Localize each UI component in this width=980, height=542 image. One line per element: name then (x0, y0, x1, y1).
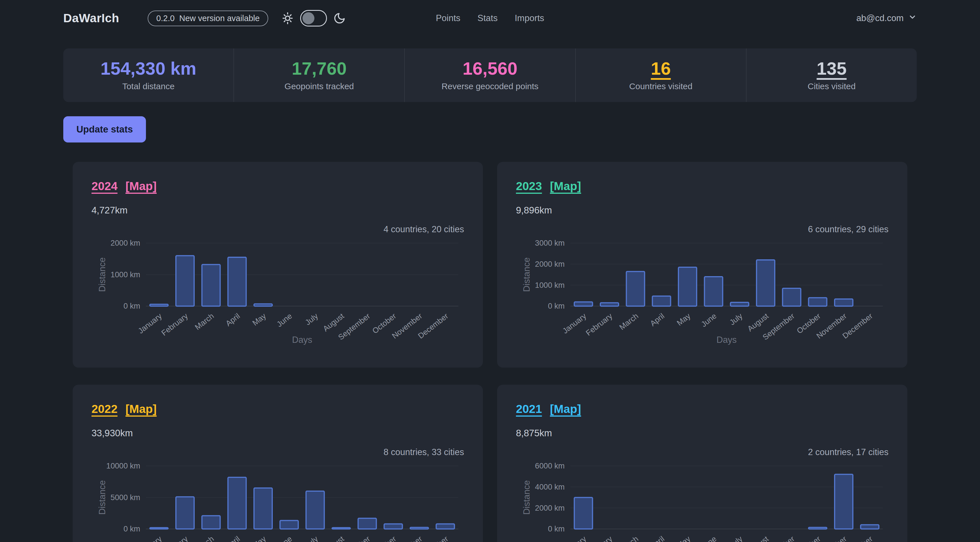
update-stats-button[interactable]: Update stats (63, 116, 146, 143)
main-nav: Points Stats Imports (436, 13, 544, 23)
svg-text:2000 km: 2000 km (111, 238, 140, 247)
svg-text:6000 km: 6000 km (535, 461, 565, 470)
svg-text:October: October (795, 534, 822, 542)
version-badge[interactable]: 0.2.0 New version available (148, 11, 268, 26)
stat-total-distance: 154,330 km Total distance (63, 48, 234, 102)
map-link[interactable]: [Map] (550, 402, 581, 416)
stat-label: Total distance (122, 81, 175, 91)
svg-text:March: March (618, 312, 640, 332)
year-card-2021: 2021 [Map] 8,875km 2 countries, 17 citie… (497, 385, 907, 542)
svg-text:April: April (224, 312, 242, 328)
svg-text:Distance: Distance (97, 480, 107, 515)
year-link[interactable]: 2024 (92, 180, 118, 193)
svg-text:5000 km: 5000 km (111, 493, 140, 502)
nav-item-imports[interactable]: Imports (515, 13, 544, 23)
page-container: DaWarIch 0.2.0 New version available (63, 0, 917, 542)
svg-text:0 km: 0 km (548, 525, 565, 533)
year-cards-grid: 2024 [Map] 4,727km 4 countries, 20 citie… (73, 162, 907, 542)
card-summary: 8 countries, 33 cities (92, 447, 464, 457)
moon-icon (333, 12, 346, 24)
svg-text:February: February (584, 312, 614, 338)
stat-value-link[interactable]: 16 (651, 60, 671, 78)
nav-item-points[interactable]: Points (436, 13, 460, 23)
svg-text:July: July (303, 312, 320, 327)
svg-text:July: July (728, 312, 744, 327)
stat-value: 16,560 (463, 60, 518, 78)
stat-geopoints-tracked: 17,760 Geopoints tracked (234, 48, 404, 102)
card-distance: 9,896km (516, 205, 888, 216)
svg-text:March: March (193, 312, 215, 332)
svg-text:May: May (251, 312, 268, 327)
svg-text:Distance: Distance (522, 480, 531, 515)
chevron-down-icon (908, 13, 917, 24)
svg-text:Days: Days (292, 335, 312, 345)
stat-label: Cities visited (808, 81, 856, 91)
year-link[interactable]: 2022 (92, 402, 118, 416)
svg-text:Days: Days (716, 335, 737, 345)
svg-text:2000 km: 2000 km (535, 260, 565, 269)
card-title: 2024 [Map] (92, 180, 464, 193)
svg-text:August: August (321, 534, 346, 542)
stat-label: Geopoints tracked (285, 81, 354, 91)
svg-text:February: February (160, 534, 189, 542)
svg-text:March: March (193, 534, 215, 542)
stat-value: 154,330 km (100, 60, 196, 78)
user-email: ab@cd.com (856, 13, 904, 23)
svg-text:March: March (618, 534, 640, 542)
map-link[interactable]: [Map] (126, 180, 156, 193)
stat-value-link[interactable]: 135 (817, 60, 846, 78)
theme-toggle[interactable] (300, 10, 327, 27)
monthly-distance-chart: 0 km2000 km4000 km6000 kmJanuaryFebruary… (516, 460, 888, 542)
svg-text:June: June (700, 534, 718, 542)
stat-label: Countries visited (629, 81, 692, 91)
svg-text:May: May (675, 534, 692, 542)
card-title: 2021 [Map] (516, 402, 888, 416)
svg-text:August: August (321, 312, 346, 334)
svg-text:July: July (303, 534, 320, 542)
svg-text:Distance: Distance (97, 257, 107, 292)
svg-text:May: May (675, 312, 692, 327)
year-link[interactable]: 2021 (516, 402, 542, 416)
svg-text:February: February (160, 312, 189, 338)
stats-panel: 154,330 km Total distance 17,760 Geopoin… (63, 48, 917, 102)
card-distance: 33,930km (92, 428, 464, 439)
stat-countries-visited: 16 Countries visited (575, 48, 746, 102)
svg-text:April: April (649, 534, 666, 542)
card-title: 2023 [Map] (516, 180, 888, 193)
user-menu[interactable]: ab@cd.com (856, 13, 917, 24)
year-card-2024: 2024 [Map] 4,727km 4 countries, 20 citie… (73, 162, 483, 367)
svg-text:1000 km: 1000 km (111, 270, 140, 279)
nav-item-stats[interactable]: Stats (477, 13, 498, 23)
monthly-distance-chart: 0 km1000 km2000 km3000 kmJanuaryFebruary… (516, 237, 888, 349)
svg-text:3000 km: 3000 km (535, 238, 565, 247)
header: DaWarIch 0.2.0 New version available (63, 0, 917, 37)
svg-text:January: January (561, 312, 588, 335)
map-link[interactable]: [Map] (126, 402, 156, 416)
card-title: 2022 [Map] (92, 402, 464, 416)
svg-text:August: August (746, 534, 770, 542)
sun-icon (282, 12, 294, 24)
card-summary: 4 countries, 20 cities (92, 224, 464, 235)
svg-text:0 km: 0 km (548, 302, 565, 310)
svg-text:June: June (275, 534, 294, 542)
stat-label: Reverse geocoded points (442, 81, 538, 91)
card-distance: 8,875km (516, 428, 888, 439)
stat-value: 17,760 (292, 60, 347, 78)
svg-text:0 km: 0 km (123, 302, 140, 310)
card-distance: 4,727km (92, 205, 464, 216)
year-link[interactable]: 2023 (516, 180, 542, 193)
svg-text:Distance: Distance (522, 257, 531, 292)
svg-text:February: February (584, 534, 614, 542)
map-link[interactable]: [Map] (550, 180, 581, 193)
svg-text:January: January (136, 534, 163, 542)
svg-text:April: April (224, 534, 242, 542)
svg-text:June: June (275, 312, 294, 329)
card-summary: 6 countries, 29 cities (516, 224, 888, 235)
svg-text:0 km: 0 km (123, 525, 140, 533)
monthly-distance-chart: 0 km1000 km2000 kmJanuaryFebruaryMarchAp… (92, 237, 464, 349)
theme-toggle-knob (302, 12, 314, 24)
svg-text:10000 km: 10000 km (106, 461, 140, 470)
svg-text:January: January (561, 534, 588, 542)
card-summary: 2 countries, 17 cities (516, 447, 888, 457)
monthly-distance-chart: 0 km5000 km10000 kmJanuaryFebruaryMarchA… (92, 460, 464, 542)
